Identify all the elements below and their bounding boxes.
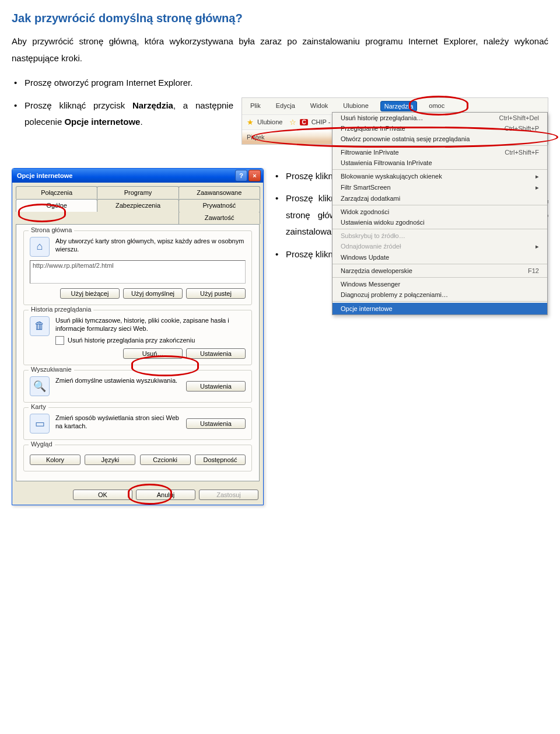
group-appearance: Wygląd Kolory Języki Czcionki Dostępność [23,445,252,471]
history-settings-button[interactable]: Ustawienia [186,348,246,359]
ok-button[interactable]: OK [73,490,132,500]
tab-panel: Strona główna ⌂ Aby utworzyć karty stron… [16,224,260,482]
use-current-button[interactable]: Użyj bieżącej [60,288,120,299]
dd-internet-options[interactable]: Opcje internetowe [332,303,547,314]
dd-smartscreen[interactable]: Filtr SmartScreen [332,182,547,193]
dd-manage-addons[interactable]: Zarządzaj dodatkami [332,193,547,204]
tabs-icon: ▭ [30,414,50,434]
tabs-desc: Zmień sposób wyświetlania stron sieci We… [55,414,180,434]
dd-feed-discovery: Odnajdowanie źródeł [332,241,547,252]
dd-compat-settings[interactable]: Ustawienia widoku zgodności [332,217,547,228]
dd-subscribe-feed: Subskrybuj to źródło… [332,230,547,241]
dialog-footer: OK Anuluj Zastosuj [12,485,263,505]
tab-programy[interactable]: Programy [97,186,178,199]
homepage-desc: Aby utworzyć karty stron głównych, wpisz… [55,237,246,257]
dialog-title: Opcje internetowe [17,172,72,179]
search-settings-button[interactable]: Ustawienia [186,381,246,392]
tab-polaczenia[interactable]: Połączenia [16,186,97,199]
dd-messenger[interactable]: Windows Messenger [332,279,547,289]
dd-windows-update[interactable]: Windows Update [332,252,547,263]
menu-pomoc[interactable]: omoc [425,101,448,111]
appearance-legend: Wygląd [29,441,55,448]
dd-popup-blocker[interactable]: Blokowanie wyskakujących okienek [332,171,547,182]
cancel-button[interactable]: Anuluj [136,490,195,500]
internet-options-dialog: Opcje internetowe ? × Połączenia Program… [12,168,264,506]
menu-narzedzia[interactable]: Narzędzia [380,101,418,111]
languages-button[interactable]: Języki [85,455,135,465]
close-icon[interactable]: × [249,170,261,181]
group-tabs: Karty ▭ Zmień sposób wyświetlania stron … [23,407,252,440]
tab-prywatnosc[interactable]: Prywatność [178,199,260,212]
dd-reopen-session[interactable]: Otwórz ponownie ostatnią sesję przegląda… [332,134,547,144]
homepage-legend: Strona główna [29,226,74,233]
dd-inprivate-filter[interactable]: Filtrowanie InPrivateCtrl+Shift+F [332,147,547,158]
tab-zaawansowane[interactable]: Zaawansowane [178,186,260,199]
star-icon-2: ☆ [289,118,296,127]
home-icon: ⌂ [30,237,50,257]
search-legend: Wyszukiwanie [29,366,74,373]
menu-edycja[interactable]: Edycja [272,101,299,111]
dd-compat-view[interactable]: Widok zgodności [332,207,547,217]
history-legend: Historia przeglądania [29,306,93,313]
tabs: Połączenia Programy Zaawansowane Ogólne … [16,186,260,212]
homepage-input[interactable]: http://www.rp.pl/temat/2.html [30,260,246,284]
group-homepage: Strona główna ⌂ Aby utworzyć karty stron… [23,230,252,305]
delete-button[interactable]: Usuń… [123,348,183,359]
group-history: Historia przeglądania 🗑 Usuń pliki tymcz… [23,310,252,366]
dd-dev-tools[interactable]: Narzędzia deweloperskieF12 [332,265,547,276]
help-icon[interactable]: ? [235,170,247,181]
menu-widok[interactable]: Widok [307,101,332,111]
use-blank-button[interactable]: Użyj pustej [186,288,246,299]
tabs-legend: Karty [29,403,48,410]
accessibility-button[interactable]: Dostępność [195,455,246,465]
tools-menu-screenshot: Plik Edycja Widok Ulubione Narzędzia omo… [242,97,548,145]
search-desc: Zmień domyślne ustawienia wyszukiwania. [55,376,180,396]
dialog-titlebar: Opcje internetowe ? × [12,169,263,183]
search-icon: 🔍 [30,376,50,396]
tab-ogolne[interactable]: Ogólne [16,199,97,212]
favorites-label[interactable]: Ulubione [257,118,282,125]
apply-button: Zastosuj [199,490,258,500]
tab-zabezpieczenia[interactable]: Zabezpieczenia [97,199,178,212]
fonts-button[interactable]: Czcionki [140,455,191,465]
star-icon: ★ [247,118,254,127]
step-1: Proszę otworzyć program Internet Explore… [12,75,548,92]
chip-icon: C [300,119,307,125]
intro-text: Aby przywrócić stronę główną, która wyko… [12,33,548,67]
page-title: Jak przywrócić domyślną stronę główną? [12,12,548,25]
history-icon: 🗑 [30,316,50,336]
colors-button[interactable]: Kolory [30,455,80,465]
dd-inprivate-filter-settings[interactable]: Ustawienia Filtrowania InPrivate [332,158,547,168]
group-search: Wyszukiwanie 🔍 Zmień domyślne ustawienia… [23,370,252,403]
step-2: Proszę kliknąć przycisk Narzędzia, a nas… [12,97,233,131]
history-desc: Usuń pliki tymczasowe, historię, pliki c… [55,317,229,332]
dd-delete-history[interactable]: Usuń historię przeglądania…Ctrl+Shift+De… [332,113,547,123]
tools-dropdown: Usuń historię przeglądania…Ctrl+Shift+De… [332,112,548,315]
menu-ulubione[interactable]: Ulubione [340,101,372,111]
checkbox-icon [55,336,64,345]
dd-inprivate[interactable]: Przeglądanie InPrivateCtrl+Shift+P [332,123,547,134]
dd-diagnose[interactable]: Diagnozuj problemy z połączeniami… [332,289,547,300]
menu-plik[interactable]: Plik [247,101,264,111]
tab-zawartosc[interactable]: Zawartość [178,211,260,224]
tabs-settings-button[interactable]: Ustawienia [186,418,246,429]
use-default-button[interactable]: Użyj domyślnej [123,288,183,299]
delete-on-exit-checkbox[interactable]: Usuń historię przeglądania przy zakończe… [55,336,246,345]
